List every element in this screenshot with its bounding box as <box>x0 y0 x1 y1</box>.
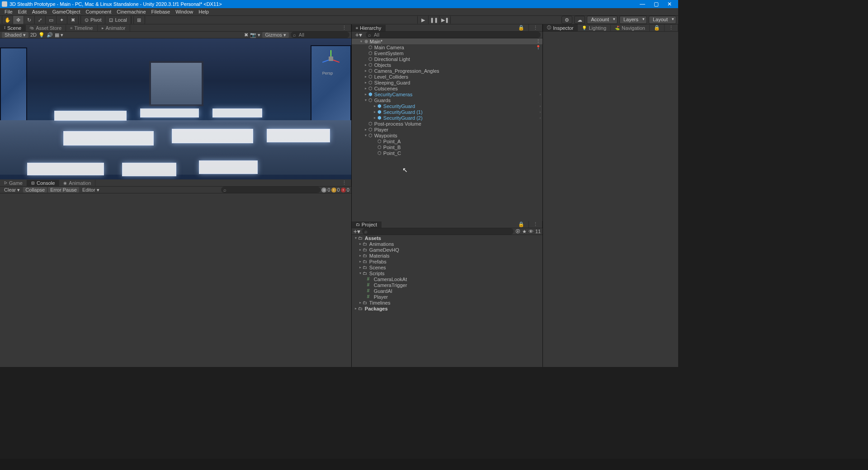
create-dropdown[interactable]: +▾ <box>354 31 364 38</box>
node-event-system[interactable]: ⬡EventSystem <box>352 50 542 56</box>
folder-scenes[interactable]: ▸🗀Scenes <box>352 264 542 270</box>
script-camera-trigger[interactable]: #CameraTrigger <box>352 282 542 288</box>
node-objects[interactable]: ▸⬡Objects <box>352 62 542 68</box>
orientation-gizmo[interactable]: Persp <box>320 47 342 70</box>
node-waypoints[interactable]: ▾⬡Waypoints <box>352 132 542 138</box>
folder-assets[interactable]: ▾🗀Assets <box>352 235 542 241</box>
snap-toggle[interactable]: ⊞ <box>134 16 145 24</box>
clear-button[interactable]: Clear ▾ <box>2 187 22 193</box>
node-point-c[interactable]: ⬡Point_C <box>352 150 542 156</box>
tab-timeline[interactable]: ≡Timeline <box>66 25 97 31</box>
tab-navigation[interactable]: ⛳Navigation <box>611 25 650 31</box>
menu-help[interactable]: Help <box>196 9 212 14</box>
folder-prefabs[interactable]: ▸🗀Prefabs <box>352 258 542 264</box>
hidden-icon[interactable]: 👁 <box>528 229 533 234</box>
script-camera-look-at[interactable]: #CameraLookAt <box>352 276 542 282</box>
tab-console[interactable]: ⊟Console <box>27 180 59 186</box>
project-search[interactable] <box>362 228 514 235</box>
node-post-process-volume[interactable]: ⬡Post-process Volume <box>352 121 542 127</box>
cloud-icon[interactable]: ☁ <box>574 16 585 24</box>
node-directional-light[interactable]: ⬡Directional Light <box>352 56 542 62</box>
scene-search[interactable]: All <box>291 32 349 38</box>
hierarchy-lock-icon[interactable]: 🔒 <box>514 24 529 31</box>
menu-file[interactable]: File <box>2 9 15 14</box>
folder-timelines[interactable]: ▸🗀Timelines <box>352 300 542 306</box>
folder-scripts[interactable]: ▾🗀Scripts <box>352 270 542 276</box>
menu-component[interactable]: Component <box>83 9 114 14</box>
local-toggle[interactable]: ⊡Local <box>105 16 131 24</box>
tab-animation[interactable]: ◉Animation <box>59 180 95 186</box>
tab-game[interactable]: ᐅGame <box>0 180 27 186</box>
project-menu-icon[interactable]: ⋮ <box>529 221 542 228</box>
error-pause-toggle[interactable]: Error Pause <box>48 187 79 193</box>
gizmos-dropdown[interactable]: Gizmos ▾ <box>262 32 288 38</box>
collab-icon[interactable]: ⚙ <box>561 16 572 24</box>
layout-dropdown[interactable]: Layout <box>649 16 676 24</box>
scene-node[interactable]: ▾⊛Main*⋮ <box>352 38 542 44</box>
camera-icon[interactable]: 📷 ▾ <box>250 32 260 38</box>
script-player[interactable]: #Player <box>352 294 542 300</box>
scale-tool[interactable]: ⤢ <box>35 16 46 24</box>
minimize-button[interactable]: — <box>636 1 649 7</box>
rotate-tool[interactable]: ↻ <box>24 16 35 24</box>
step-button[interactable]: ▶❚ <box>439 16 450 24</box>
maximize-button[interactable]: ▢ <box>649 1 663 7</box>
hierarchy-search[interactable]: All <box>366 32 541 38</box>
node-point-b[interactable]: ⬡Point_B <box>352 144 542 150</box>
hand-tool[interactable]: ✋ <box>2 16 13 24</box>
menu-cinemachine[interactable]: Cinemachine <box>114 9 148 14</box>
tab-lighting[interactable]: 💡Lighting <box>578 25 611 31</box>
node-main-camera[interactable]: ⬡Main Camera📍 <box>352 44 542 50</box>
script-guard-ai[interactable]: #GuardAI <box>352 288 542 294</box>
scene-menu-icon[interactable]: ⋮ <box>338 24 351 31</box>
node-security-guard-1[interactable]: ▸⬢SecurityGuard (1)› <box>352 109 542 115</box>
folder-packages[interactable]: ▸🗀Packages <box>352 306 542 311</box>
node-security-guard[interactable]: ▸⬢SecurityGuard› <box>352 103 542 109</box>
draw-mode-dropdown[interactable]: Shaded ▾ <box>2 32 28 38</box>
console-search[interactable] <box>221 187 321 193</box>
fx-icon[interactable]: ▦ ▾ <box>55 32 63 38</box>
project-create-dropdown[interactable]: +▾ <box>354 228 360 235</box>
tab-scene[interactable]: ⟟Scene <box>0 25 26 31</box>
console-menu-icon[interactable]: ⋮ <box>338 179 351 186</box>
info-count[interactable]: i0 <box>321 187 330 193</box>
menu-window[interactable]: Window <box>173 9 196 14</box>
node-sleeping-guard[interactable]: ▸⬡Sleeping_Guard <box>352 80 542 85</box>
move-tool[interactable]: ✥ <box>13 16 24 24</box>
node-cutscenes[interactable]: ▸⬡Cutscenes <box>352 85 542 91</box>
collapse-toggle[interactable]: Collapse <box>23 187 47 193</box>
project-lock-icon[interactable]: 🔒 <box>514 221 529 228</box>
node-level-colliders[interactable]: ▸⬡Level_Colliders <box>352 74 542 80</box>
menu-filebase[interactable]: Filebase <box>149 9 173 14</box>
audio-icon[interactable]: 🔊 <box>47 32 53 38</box>
2d-toggle[interactable]: 2D <box>30 32 37 38</box>
folder-gamedevhq[interactable]: ▸🗀GameDevHQ <box>352 247 542 253</box>
play-button[interactable]: ▶ <box>418 16 429 24</box>
warn-count[interactable]: !0 <box>331 187 340 193</box>
layers-dropdown[interactable]: Layers <box>619 16 647 24</box>
editor-dropdown[interactable]: Editor ▾ <box>80 187 102 193</box>
folder-materials[interactable]: ▸🗀Materials <box>352 253 542 258</box>
node-security-guard-2[interactable]: ▸⬢SecurityGuard (2)› <box>352 115 542 121</box>
node-camera-progression[interactable]: ▸⬡Camera_Progression_Angles <box>352 68 542 74</box>
folder-animations[interactable]: ▸🗀Animations <box>352 241 542 247</box>
account-dropdown[interactable]: Account <box>587 16 618 24</box>
menu-gameobject[interactable]: GameObject <box>50 9 83 14</box>
inspector-lock-icon[interactable]: 🔒 <box>650 24 665 31</box>
tools-icon[interactable]: ✖ <box>244 32 248 38</box>
node-guards[interactable]: ▾⬡Guards <box>352 97 542 103</box>
node-security-cameras[interactable]: ▸⬢SecurityCameras› <box>352 91 542 97</box>
pause-button[interactable]: ❚❚ <box>429 16 439 24</box>
pivot-toggle[interactable]: ⊙Pivot <box>81 16 105 24</box>
menu-edit[interactable]: Edit <box>15 9 29 14</box>
error-count[interactable]: !0 <box>341 187 349 193</box>
close-button[interactable]: ✕ <box>663 1 676 7</box>
tab-asset-store[interactable]: 🛍Asset Store <box>26 25 66 31</box>
filter-icon[interactable]: ⦿ <box>515 229 520 234</box>
menu-assets[interactable]: Assets <box>29 9 50 14</box>
tab-hierarchy[interactable]: ≡Hierarchy <box>352 25 386 31</box>
scene-viewport[interactable]: Persp <box>0 38 351 179</box>
custom-tool[interactable]: ✖ <box>67 16 78 24</box>
inspector-menu-icon[interactable]: ⋮ <box>665 24 678 31</box>
hierarchy-menu-icon[interactable]: ⋮ <box>529 24 542 31</box>
